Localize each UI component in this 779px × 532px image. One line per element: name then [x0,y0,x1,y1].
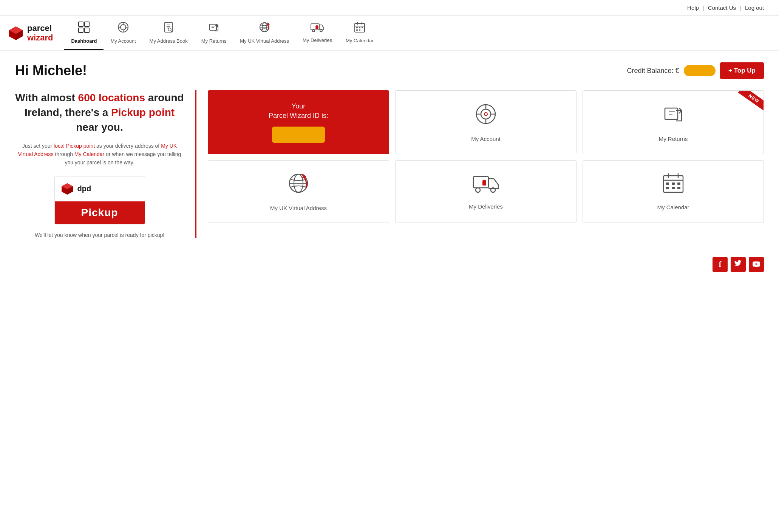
cards-grid: YourParcel Wizard ID is: [208,90,764,223]
nav-label-virtual-address: My UK Virtual Address [240,38,289,44]
svg-rect-35 [359,27,360,28]
nav-item-virtual-address[interactable]: My UK Virtual Address [233,16,296,50]
youtube-icon [753,260,760,269]
nav-label-dashboard: Dashboard [71,38,97,44]
my-account-card-label: My Account [471,136,501,142]
dpd-small-text: dpd [77,184,91,193]
promo-highlight2: Pickup point [111,107,175,118]
svg-rect-64 [666,182,669,185]
svg-rect-7 [85,28,89,32]
local-pickup-link[interactable]: local Pickup point [54,143,95,149]
dashboard-icon [78,21,90,36]
svg-rect-34 [356,27,358,28]
svg-rect-37 [356,29,358,31]
top-up-button[interactable]: + Top Up [720,62,764,79]
svg-rect-59 [482,180,486,186]
nav-item-returns[interactable]: My Returns [195,16,233,50]
nav-item-deliveries[interactable]: My Deliveries [296,17,339,49]
returns-icon [208,21,220,36]
my-calendar-card-icon [662,173,684,199]
parcel-id-value [272,127,325,143]
my-deliveries-card[interactable]: My Deliveries [395,160,577,223]
nav-item-calendar[interactable]: My Calendar [339,16,380,50]
sep1: | [703,5,704,11]
logo-area[interactable]: parcelwizard [8,20,53,46]
calendar-link[interactable]: My Calendar [74,151,104,157]
nav-label-deliveries: My Deliveries [303,37,332,43]
nav-item-dashboard[interactable]: Dashboard [64,16,104,50]
svg-rect-5 [85,22,89,26]
svg-point-44 [481,109,491,119]
logout-link[interactable]: Log out [745,5,764,11]
svg-rect-20 [210,24,216,30]
my-account-card[interactable]: My Account [395,90,577,154]
pickup-banner-bottom: Pickup [55,201,145,224]
nav-label-returns: My Returns [201,38,226,44]
svg-point-28 [320,29,322,32]
top-bar: Help | Contact Us | Log out [0,0,779,16]
my-deliveries-card-icon [473,173,499,198]
nav-label-calendar: My Calendar [346,38,374,43]
svg-rect-65 [672,182,675,185]
facebook-icon: f [719,260,722,269]
deliveries-icon [311,22,324,35]
svg-rect-50 [665,108,678,119]
svg-point-57 [476,188,480,192]
new-ribbon: NEW [738,90,764,111]
parcel-id-card[interactable]: YourParcel Wizard ID is: [208,90,389,154]
main-content: Hi Michele! Credit Balance: € + Top Up W… [0,51,779,249]
pickup-banner-top: dpd [55,176,145,201]
nav-item-address-book[interactable]: My Address Book [143,16,195,50]
footer: f [0,249,779,280]
parcel-id-title: YourParcel Wizard ID is: [269,102,328,121]
svg-rect-4 [79,22,83,26]
my-returns-card[interactable]: NEW My Returns [583,90,764,154]
help-link[interactable]: Help [687,5,699,11]
my-virtual-address-card-label: My UK Virtual Address [270,205,327,211]
my-returns-card-label: My Returns [659,136,688,142]
contact-us-link[interactable]: Contact Us [708,5,736,11]
nav-bar: parcelwizard Dashboard [0,16,779,51]
promo-sub: Just set your local Pickup point as your… [15,142,184,167]
pickup-banner: dpd Pickup [54,176,145,224]
left-panel: With almost 600 locations around Ireland… [15,90,196,238]
calendar-icon [354,22,365,36]
content-grid: With almost 600 locations around Ireland… [15,90,764,238]
nav-items: Dashboard My Account [64,16,771,50]
svg-rect-29 [316,26,318,29]
header-row: Hi Michele! Credit Balance: € + Top Up [15,62,764,79]
svg-rect-67 [666,187,669,189]
my-virtual-address-card-icon [287,172,310,200]
right-panel: YourParcel Wizard ID is: [208,90,764,238]
svg-point-27 [312,29,315,32]
facebook-button[interactable]: f [713,257,728,272]
nav-item-my-account[interactable]: My Account [104,16,142,50]
my-virtual-address-card[interactable]: My UK Virtual Address [208,160,389,223]
credit-area: Credit Balance: € + Top Up [627,62,764,79]
my-deliveries-card-label: My Deliveries [469,203,503,210]
nav-label-address-book: My Address Book [150,38,188,44]
youtube-button[interactable] [749,257,764,272]
twitter-button[interactable] [731,257,746,272]
my-account-card-icon [475,103,497,130]
svg-rect-69 [677,187,680,189]
svg-rect-6 [79,28,83,32]
virtual-address-icon [258,21,270,36]
my-returns-card-icon [662,103,685,130]
credit-value [684,65,716,76]
my-calendar-card-label: My Calendar [657,204,689,210]
dpd-logo-icon [8,25,24,42]
my-calendar-card[interactable]: My Calendar [583,160,764,223]
svg-rect-36 [362,27,363,28]
twitter-icon [734,260,742,269]
credit-label: Credit Balance: € [627,67,679,75]
sep2: | [740,5,741,11]
svg-point-9 [121,25,126,30]
svg-rect-68 [672,187,675,189]
svg-rect-38 [359,29,360,31]
promo-highlight1: 600 locations [78,92,145,104]
svg-point-49 [484,113,487,116]
svg-point-18 [168,28,171,31]
promo-title: With almost 600 locations around Ireland… [15,90,184,135]
pickup-msg: We'll let you know when your parcel is r… [15,232,184,238]
